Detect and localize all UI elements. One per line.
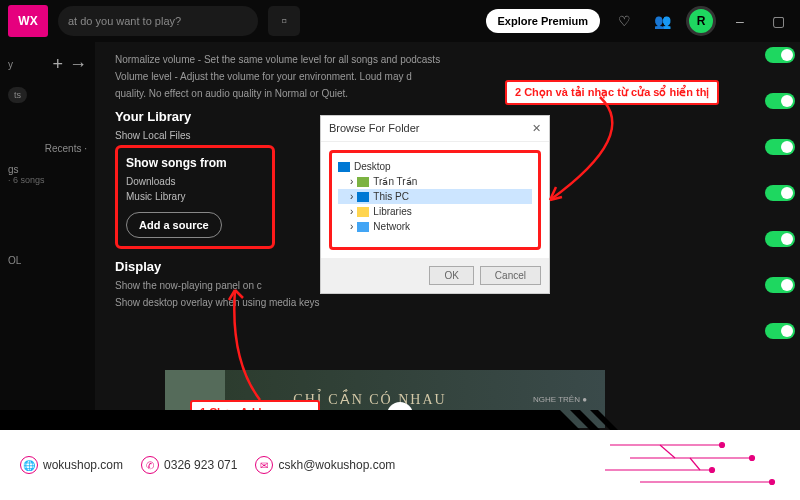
website-link[interactable]: 🌐 wokushop.com bbox=[20, 456, 123, 474]
display-desc2: Show desktop overlay when using media ke… bbox=[115, 297, 780, 308]
recents-label[interactable]: Recents · bbox=[8, 143, 87, 154]
svg-point-8 bbox=[710, 468, 715, 473]
friends-icon[interactable]: 👥 bbox=[648, 7, 676, 35]
show-songs-from-box: Show songs from Downloads Music Library … bbox=[115, 145, 275, 249]
toggle-1[interactable] bbox=[765, 47, 795, 63]
add-icon[interactable]: + bbox=[52, 54, 63, 75]
svg-point-6 bbox=[750, 456, 755, 461]
toggle-4[interactable] bbox=[765, 185, 795, 201]
cancel-button[interactable]: Cancel bbox=[480, 266, 541, 285]
phone-link[interactable]: ✆ 0326 923 071 bbox=[141, 456, 237, 474]
normalize-desc: Normalize volume - Set the same volume l… bbox=[115, 54, 780, 65]
library-label: y bbox=[8, 59, 13, 70]
minimize-icon[interactable]: – bbox=[726, 7, 754, 35]
tree-desktop[interactable]: Desktop bbox=[338, 159, 532, 174]
svg-point-10 bbox=[770, 480, 775, 485]
music-library-source[interactable]: Music Library bbox=[126, 191, 264, 202]
toggle-7[interactable] bbox=[765, 323, 795, 339]
arrow-1 bbox=[220, 280, 280, 405]
svg-point-4 bbox=[720, 443, 725, 448]
browse-folder-dialog: Browse For Folder ✕ Desktop › Trần Trần … bbox=[320, 115, 550, 294]
expand-icon[interactable]: → bbox=[69, 54, 87, 75]
mail-icon: ✉ bbox=[255, 456, 273, 474]
playlist-item[interactable]: gs · 6 songs bbox=[8, 164, 87, 185]
show-songs-from-title: Show songs from bbox=[126, 156, 264, 170]
explore-premium-button[interactable]: Explore Premium bbox=[486, 9, 600, 33]
tree-user[interactable]: › Trần Trần bbox=[338, 174, 532, 189]
maximize-icon[interactable]: ▢ bbox=[764, 7, 792, 35]
bell-icon[interactable]: ♡ bbox=[610, 7, 638, 35]
browse-icon[interactable]: ▫ bbox=[268, 6, 300, 36]
toggle-5[interactable] bbox=[765, 231, 795, 247]
filter-pill[interactable]: ts bbox=[8, 87, 27, 103]
sidebar: y + → ts Recents · gs · 6 songs OL bbox=[0, 42, 95, 430]
dialog-title: Browse For Folder bbox=[329, 122, 419, 135]
search-input[interactable]: at do you want to play? bbox=[58, 6, 258, 36]
folder-tree[interactable]: Desktop › Trần Trần › This PC › Librarie… bbox=[329, 150, 541, 250]
downloads-source[interactable]: Downloads bbox=[126, 176, 264, 187]
footer: 🌐 wokushop.com ✆ 0326 923 071 ✉ cskh@wok… bbox=[0, 430, 800, 500]
email-link[interactable]: ✉ cskh@wokushop.com bbox=[255, 456, 395, 474]
tree-network[interactable]: › Network bbox=[338, 219, 532, 234]
arrow-2 bbox=[540, 95, 660, 205]
phone-icon: ✆ bbox=[141, 456, 159, 474]
tree-libraries[interactable]: › Libraries bbox=[338, 204, 532, 219]
ol-label: OL bbox=[8, 255, 87, 266]
circuit-decor bbox=[600, 430, 800, 500]
toggle-3[interactable] bbox=[765, 139, 795, 155]
avatar[interactable]: R bbox=[686, 6, 716, 36]
svg-line-12 bbox=[690, 458, 700, 470]
tree-this-pc[interactable]: › This PC bbox=[338, 189, 532, 204]
site-logo: WX bbox=[8, 5, 48, 37]
ok-button[interactable]: OK bbox=[429, 266, 473, 285]
globe-icon: 🌐 bbox=[20, 456, 38, 474]
svg-line-11 bbox=[660, 445, 675, 458]
add-a-source-button[interactable]: Add a source bbox=[126, 212, 222, 238]
toggle-2[interactable] bbox=[765, 93, 795, 109]
toggle-6[interactable] bbox=[765, 277, 795, 293]
